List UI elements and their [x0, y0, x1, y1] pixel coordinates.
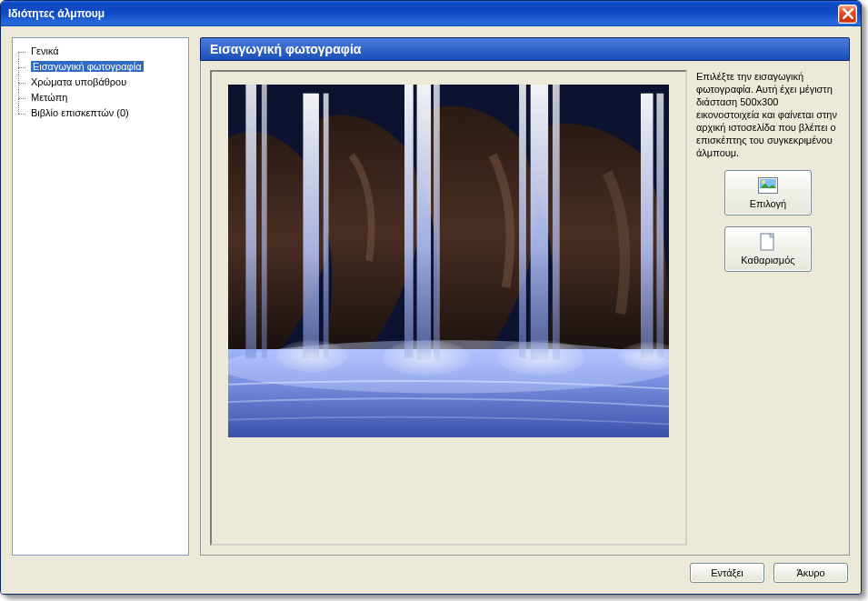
svg-rect-11: [519, 85, 526, 358]
select-button[interactable]: Επιλογή: [724, 170, 812, 215]
clear-button[interactable]: Καθαρισμός: [724, 226, 812, 272]
nav-item-guestbook[interactable]: Βιβλίο επισκεπτών (0): [16, 105, 185, 121]
image-preview-well: [210, 70, 687, 546]
nav-item-intro-photo[interactable]: Εισαγωγική φωτογραφία: [16, 59, 185, 75]
svg-rect-10: [434, 85, 440, 360]
nav-item-background-colors[interactable]: Χρώματα υποβάθρου: [16, 75, 185, 90]
svg-point-18: [497, 340, 585, 376]
nav-item-label: Βιβλίο επισκεπτών (0): [31, 107, 129, 118]
main-panel: Εισαγωγική φωτογραφία: [200, 37, 850, 556]
svg-rect-14: [641, 94, 653, 358]
side-controls: Επιλέξτε την εισαγωγική φωτογραφία. Αυτή…: [696, 70, 840, 546]
window-title: Ιδιότητες άλμπουμ: [8, 7, 838, 20]
svg-rect-9: [417, 85, 432, 360]
image-icon: [757, 176, 779, 195]
svg-point-17: [383, 340, 471, 376]
svg-rect-6: [303, 94, 318, 358]
footer-buttons: Εντάξει Άκυρο: [690, 563, 848, 583]
nav-item-label: Χρώματα υποβάθρου: [31, 76, 126, 87]
svg-rect-15: [656, 94, 663, 358]
title-bar[interactable]: Ιδιότητες άλμπουμ: [1, 1, 861, 26]
nav-tree[interactable]: Γενικά Εισαγωγική φωτογραφία Χρώματα υπο…: [12, 37, 189, 556]
svg-rect-12: [531, 85, 548, 360]
select-button-label: Επιλογή: [750, 198, 786, 209]
nav-item-header[interactable]: Μετώπη: [16, 90, 185, 105]
svg-rect-7: [324, 94, 329, 358]
svg-rect-13: [553, 85, 560, 360]
svg-rect-5: [262, 85, 267, 358]
panel-heading: Εισαγωγική φωτογραφία: [200, 37, 850, 61]
blank-page-icon: [757, 233, 779, 251]
clear-button-label: Καθαρισμός: [741, 255, 794, 265]
cancel-button[interactable]: Άκυρο: [773, 563, 848, 583]
intro-photo-preview: [228, 85, 669, 437]
help-text: Επιλέξτε την εισαγωγική φωτογραφία. Αυτή…: [696, 70, 840, 159]
svg-rect-4: [245, 85, 256, 358]
dialog-window: Ιδιότητες άλμπουμ Γενικά Εισαγωγική φωτο…: [0, 0, 862, 595]
close-button[interactable]: [838, 5, 857, 24]
svg-rect-8: [404, 85, 414, 358]
client-area: Γενικά Εισαγωγική φωτογραφία Χρώματα υπο…: [1, 26, 861, 594]
nav-item-label: Μετώπη: [31, 92, 67, 103]
nav-item-label: Εισαγωγική φωτογραφία: [31, 61, 144, 72]
nav-item-general[interactable]: Γενικά: [16, 44, 185, 59]
ok-button[interactable]: Εντάξει: [690, 563, 764, 583]
nav-item-label: Γενικά: [31, 45, 59, 56]
svg-point-22: [762, 180, 765, 184]
close-icon: [843, 8, 853, 19]
svg-point-16: [276, 340, 347, 372]
